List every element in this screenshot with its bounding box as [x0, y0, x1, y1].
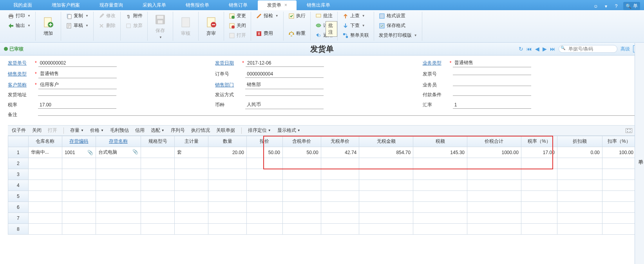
table-row[interactable]: 3 [8, 169, 636, 180]
sort-button[interactable]: 排序定位 ▼ [248, 127, 271, 134]
cell-unit[interactable]: 套 [175, 147, 208, 158]
side-assistant-panel[interactable]: 助手 [635, 43, 644, 235]
bill-no-field[interactable]: 0000000002 [38, 59, 117, 67]
remark-field[interactable] [38, 114, 636, 116]
cell-notaxprice[interactable]: 42.74 [321, 147, 359, 158]
table-row[interactable]: 5 [8, 191, 636, 202]
cell-code[interactable]: 1001📎 [62, 147, 96, 158]
expand-icon[interactable]: ⛶ [626, 128, 632, 133]
cell-qty[interactable]: 20.00 [208, 147, 247, 158]
weigh-button[interactable]: 称重 [287, 29, 307, 38]
export-button[interactable]: 输出▼ [6, 22, 32, 30]
cell-discrate[interactable]: 100.00 [602, 147, 636, 158]
tab-sale-order[interactable]: 销售订单 [219, 0, 257, 10]
format-button[interactable]: 格式设置 [377, 12, 419, 20]
add-button[interactable]: 增加 [39, 14, 58, 38]
col-taxrate[interactable]: 税率（%） [521, 136, 557, 147]
serial-button[interactable]: 序列号 [171, 127, 185, 134]
col-discrate[interactable]: 扣率（%） [602, 136, 636, 147]
col-price[interactable]: 报价 [246, 136, 282, 147]
cell-taxrate[interactable]: 17.00 [521, 147, 557, 158]
close-doc-button[interactable]: 关闭 [227, 22, 248, 30]
invoice-field[interactable] [453, 73, 531, 75]
execute-button[interactable]: 执行 [287, 12, 307, 20]
stock-button[interactable]: 存量 ▼ [70, 127, 84, 134]
paperclip-icon[interactable]: 📎 [132, 149, 138, 154]
trace-up-button[interactable]: 上查▼ [341, 12, 371, 20]
col-notaxprice[interactable]: 无税单价 [321, 136, 359, 147]
last-icon[interactable]: ⏭ [550, 46, 555, 52]
salesman-field[interactable] [453, 84, 531, 86]
option-button[interactable]: 选配 ▼ [151, 127, 165, 134]
smiley-icon[interactable]: ☺ [593, 3, 599, 9]
col-discount[interactable]: 折扣额 [557, 136, 602, 147]
taxrate-field[interactable]: 17.00 [38, 101, 116, 109]
related-bill-button[interactable]: 关联单据 [216, 127, 235, 134]
saletype-field[interactable]: 普通销售 [38, 70, 117, 78]
col-total[interactable]: 价税合计 [467, 136, 521, 147]
prev-icon[interactable]: ◀ [535, 46, 539, 52]
cell-total[interactable]: 1000.00 [467, 147, 521, 158]
addr-field[interactable] [38, 94, 116, 96]
col-unit[interactable]: 主计量 [175, 136, 208, 147]
currency-field[interactable]: 人民币 [245, 101, 324, 109]
orderno-field[interactable]: 0000000004 [245, 70, 324, 78]
next-icon[interactable]: ▶ [543, 46, 547, 52]
draft-button[interactable]: 草稿▼ [64, 22, 90, 30]
print-button[interactable]: 打印▼ [6, 12, 32, 20]
link-bill-button[interactable]: 整单关联 [341, 31, 371, 40]
trace-down-button[interactable]: 下查▼ [341, 22, 371, 30]
global-search[interactable]: 🔍 单 [623, 2, 640, 10]
change-button[interactable]: 变更 [227, 12, 248, 20]
help-icon[interactable]: ? [613, 3, 619, 9]
price-button[interactable]: 价格 ▼ [90, 127, 104, 134]
pay-field[interactable] [453, 94, 531, 96]
biztype-field[interactable]: 普通销售 [453, 59, 531, 67]
credit-button[interactable]: 信用 [135, 127, 145, 134]
tab-stock-query[interactable]: 现存量查询 [90, 0, 132, 10]
table-row[interactable]: 1 华南中... 1001📎 台式电脑📎 套 20.00 50.00 50.00… [8, 147, 636, 158]
copy-button[interactable]: 复制▼ [64, 12, 90, 20]
exrate-field[interactable]: 1 [453, 101, 531, 109]
display-fmt-button[interactable]: 显示格式 ▼ [277, 127, 300, 134]
nav-search[interactable] [559, 45, 617, 53]
cell-notaxamt[interactable]: 854.70 [359, 147, 413, 158]
print-template-button[interactable]: 发货单打印模版▼ [377, 31, 419, 40]
tab-sale-out[interactable]: 销售出库单 [297, 0, 340, 10]
table-row[interactable]: 6 [8, 202, 636, 213]
cell-price[interactable]: 50.00 [246, 147, 282, 158]
table-row[interactable]: 2 [8, 158, 636, 169]
tab-desktop[interactable]: 我的桌面 [4, 0, 42, 10]
col-spec[interactable]: 规格型号 [141, 136, 174, 147]
inspect-button[interactable]: 报检▼ [254, 12, 280, 20]
chevron-down-icon[interactable]: ▾ [603, 3, 609, 9]
attach-button[interactable]: 附件 [124, 12, 144, 20]
refresh-icon[interactable]: ↻ [519, 46, 523, 52]
tab-add-customer[interactable]: 增加客户档案 [42, 0, 89, 10]
nav-search-input[interactable] [568, 46, 614, 52]
close-icon[interactable]: × [284, 2, 287, 8]
cost-button[interactable]: ¥费用 [254, 29, 280, 38]
col-taxprice[interactable]: 含税单价 [282, 136, 321, 147]
unaudit-button[interactable]: 弃审 [202, 14, 221, 38]
gross-button[interactable]: 毛利预估 [110, 127, 129, 134]
save-format-button[interactable]: 保存格式 [377, 22, 419, 30]
dept-field[interactable]: 销售部 [245, 81, 324, 89]
col-qty[interactable]: 数量 [208, 136, 247, 147]
tab-delivery[interactable]: 发货单× [258, 0, 297, 10]
cell-discount[interactable]: 0.00 [557, 147, 602, 158]
date-field[interactable]: 2017-12-06 [246, 59, 324, 67]
col-tax[interactable]: 税额 [413, 136, 467, 147]
cell-taxprice[interactable]: 50.00 [282, 147, 321, 158]
tab-sale-quote[interactable]: 销售报价单 [176, 0, 219, 10]
note-button[interactable]: 批注 [314, 12, 334, 20]
col-warehouse[interactable]: 仓库名称 [28, 136, 62, 147]
col-code[interactable]: 存货编码 [62, 136, 96, 147]
only-child-button[interactable]: 仅子件 [12, 127, 26, 134]
cell-tax[interactable]: 145.30 [413, 147, 467, 158]
paperclip-icon[interactable]: 📎 [87, 150, 93, 155]
ship-field[interactable] [245, 94, 324, 96]
exec-status-button[interactable]: 执行情况 [191, 127, 210, 134]
cell-name[interactable]: 台式电脑📎 [96, 147, 141, 158]
cell-spec[interactable] [141, 147, 174, 158]
